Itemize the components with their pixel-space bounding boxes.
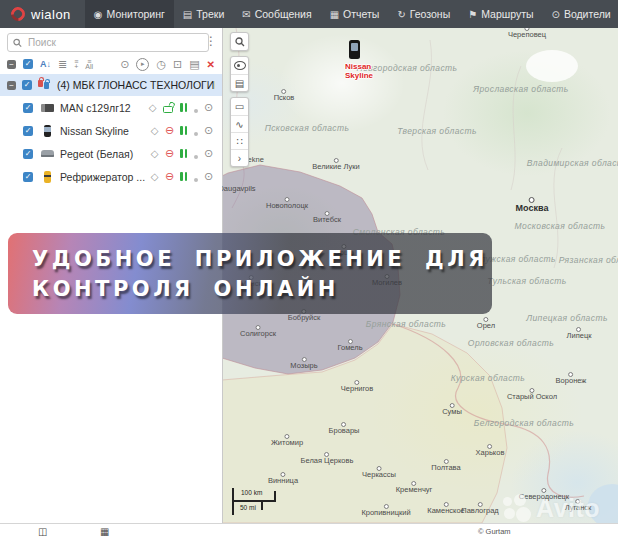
unit-group-row[interactable]: − ✓ (4) МБК ГЛОНАСС ТЕХНОЛОГИИ (de...	[0, 74, 222, 96]
nav-geofences[interactable]: ↻Геозоны	[388, 0, 459, 28]
nav-monitoring[interactable]: ◉Мониторинг	[85, 0, 174, 28]
unit-row[interactable]: ✓ Рефрижератор ... ◇ ⊖ ⊙	[0, 165, 222, 188]
show-on-map-button[interactable]: ⊙	[120, 59, 129, 70]
map-routing-button[interactable]: ∿	[231, 115, 248, 132]
locate-unit-icon[interactable]: ⊙	[201, 101, 216, 114]
nav-label: Маршруты	[481, 8, 533, 20]
search-input[interactable]	[26, 36, 203, 49]
banner-line-1: УДОБНОЕ ПРИЛОЖЕНИЕ ДЛЯ	[32, 244, 492, 274]
banner-line-2: КОНТРОЛЯ ОНЛАЙН	[32, 274, 492, 304]
nav-messages[interactable]: ✉Сообщения	[233, 0, 320, 28]
eye-icon	[234, 61, 246, 70]
events-registrar-button[interactable]: ▤	[189, 59, 199, 70]
nav-label: Отчеты	[343, 8, 379, 20]
unit-name: MAN с129лг12	[60, 102, 145, 114]
truck-icon	[41, 104, 54, 112]
group-icon	[38, 79, 51, 91]
promo-banner: УДОБНОЕ ПРИЛОЖЕНИЕ ДЛЯ КОНТРОЛЯ ОНЛАЙН	[8, 233, 492, 314]
apps-grid-button[interactable]: ▦	[100, 526, 109, 537]
nav-tracks[interactable]: ▤Треки	[174, 0, 233, 28]
unit-search[interactable]	[7, 33, 209, 52]
locate-unit-icon[interactable]: ⊙	[201, 124, 216, 137]
map-toolbar: ▤ ▭ ∿ ∷ ›	[230, 32, 249, 172]
messages-icon: ✉	[242, 9, 250, 20]
follow-unit-button[interactable]: ▸	[136, 58, 149, 71]
monitoring-icon: ◉	[94, 9, 103, 20]
unit-list: ✓ MAN с129лг12 ◇ ⊙ ✓ Nissan Skyline ◇ ⊖ …	[0, 96, 222, 188]
nav-label: Водители	[564, 8, 611, 20]
map-visibility-button[interactable]	[231, 57, 248, 74]
locate-unit-icon[interactable]: ⊙	[201, 147, 216, 160]
unit-row[interactable]: ✓ Nissan Skyline ◇ ⊖ ⊙	[0, 119, 222, 142]
nav-label: Мониторинг	[107, 8, 165, 20]
unit-name: Рефрижератор ...	[60, 171, 147, 183]
phone-icon	[44, 125, 51, 137]
collapse-all-button[interactable]: −	[7, 60, 16, 69]
unit-checkbox[interactable]: ✓	[23, 172, 33, 182]
nav-label: Треки	[196, 8, 224, 20]
search-row: ⋮	[0, 31, 222, 54]
sidebar-menu-button[interactable]: ⋮	[205, 34, 217, 49]
unit-monitor-button[interactable]: ⊡	[173, 59, 182, 70]
unit-checkbox[interactable]: ✓	[23, 126, 33, 136]
connection-bars-icon	[177, 126, 190, 135]
group-collapse-button[interactable]: −	[7, 81, 16, 90]
group-name: (4) МБК ГЛОНАСС ТЕХНОЛОГИИ (de...	[57, 79, 215, 91]
connection-bars-icon	[177, 149, 190, 158]
search-icon	[13, 38, 22, 48]
select-all-checkbox[interactable]: ✓	[23, 59, 33, 69]
unit-list-toolbar: − ✓ A↓ ≣ ≡+ ≡All ⊙ ▸ ◷ ⊡ ▤ ✕	[0, 54, 222, 74]
all-label: All	[85, 64, 93, 69]
connection-bars-icon	[177, 172, 190, 181]
sensor-dot-icon	[190, 168, 201, 186]
recent-events-button[interactable]: ◷	[156, 59, 166, 70]
wialon-logo-icon	[8, 4, 28, 24]
refrigerator-icon	[44, 171, 51, 183]
sensor-dot-icon	[190, 145, 201, 163]
clear-list-button[interactable]: ✕	[207, 59, 215, 70]
map-attribution: © Gurtam	[478, 527, 511, 536]
map-expand-button[interactable]: ›	[231, 149, 248, 166]
plus-icon: +	[74, 64, 78, 69]
connection-bars-icon	[177, 103, 190, 112]
list-view-button[interactable]: ≣	[58, 59, 67, 70]
add-visible-button[interactable]: ≡+	[74, 59, 78, 69]
map-search-button[interactable]	[231, 33, 248, 50]
unit-checkbox[interactable]: ✓	[23, 149, 33, 159]
show-all-button[interactable]: ≡All	[85, 59, 93, 69]
wialon-logo[interactable]: wialon	[0, 7, 85, 22]
unit-name: Nissan Skyline	[60, 125, 147, 137]
unit-row[interactable]: ✓ Pegeot (Белая) ◇ ⊖ ⊙	[0, 142, 222, 165]
routes-icon: ⚑	[468, 9, 477, 20]
position-icon[interactable]: ◇	[147, 171, 162, 182]
position-icon[interactable]: ◇	[147, 148, 162, 159]
top-navigation: wialon ◉Мониторинг ▤Треки ✉Сообщения ▦От…	[0, 0, 618, 28]
locate-unit-icon[interactable]: ⊙	[201, 170, 216, 183]
blocked-icon: ⊖	[162, 171, 177, 182]
car-icon	[41, 150, 54, 157]
wialon-monitoring-app: wialon ◉Мониторинг ▤Треки ✉Сообщения ▦От…	[0, 0, 618, 540]
nav-reports[interactable]: ▦Отчеты	[321, 0, 389, 28]
wialon-logo-text: wialon	[31, 7, 71, 22]
nav-label: Сообщения	[255, 8, 312, 20]
layout-panels-button[interactable]: ◫	[38, 526, 47, 537]
phone-device-icon	[349, 40, 360, 59]
position-icon[interactable]: ◇	[147, 125, 162, 136]
reports-icon: ▦	[330, 9, 339, 20]
nav-label: Геозоны	[410, 8, 450, 20]
bottom-bar: ◫ ▦ © Gurtam	[0, 523, 618, 540]
map-layers-button[interactable]: ▤	[231, 74, 248, 91]
sort-az-button[interactable]: A↓	[40, 59, 51, 69]
search-icon	[235, 37, 245, 47]
group-checkbox[interactable]: ✓	[22, 80, 32, 90]
unit-row[interactable]: ✓ MAN с129лг12 ◇ ⊙	[0, 96, 222, 119]
tracks-icon: ▤	[183, 9, 192, 20]
unit-checkbox[interactable]: ✓	[23, 103, 33, 113]
map-tools-button[interactable]: ∷	[231, 132, 248, 149]
unit-name: Pegeot (Белая)	[60, 148, 147, 160]
map-measure-button[interactable]: ▭	[231, 98, 248, 115]
position-icon[interactable]: ◇	[145, 102, 160, 113]
scale-mi-label: 50 mi	[240, 504, 256, 511]
nav-drivers[interactable]: ⊙Водители	[542, 0, 618, 28]
nav-routes[interactable]: ⚑Маршруты	[459, 0, 542, 28]
